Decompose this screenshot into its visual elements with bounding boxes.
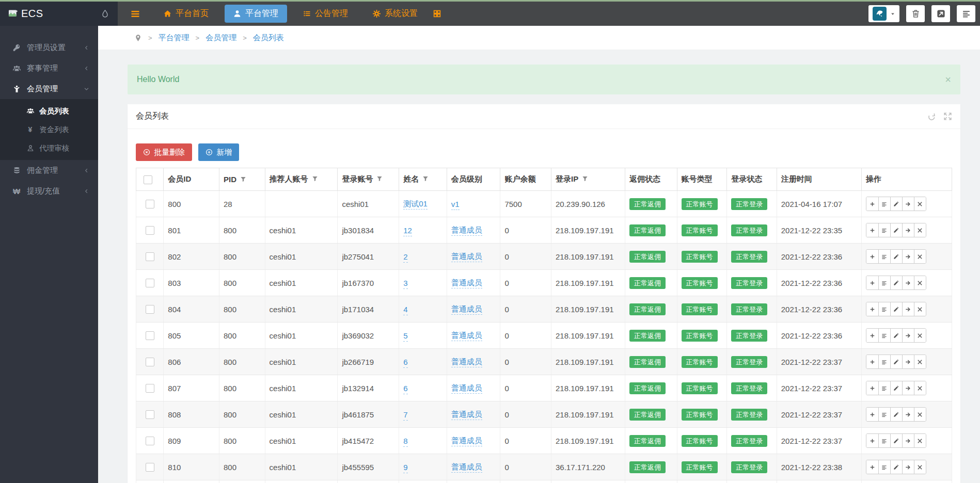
row-delete-button[interactable] [914, 223, 926, 237]
sidebar-subitem[interactable]: 代理审核 [0, 139, 98, 157]
level-link[interactable]: 普通成员 [451, 383, 482, 394]
row-checkbox[interactable] [146, 226, 154, 235]
row-delete-button[interactable] [914, 250, 926, 263]
level-link[interactable]: 普通成员 [451, 462, 482, 473]
tab-gear[interactable]: 系统设置 [364, 5, 426, 23]
level-link[interactable]: 普通成员 [451, 226, 482, 236]
name-link[interactable]: 8 [403, 437, 407, 447]
row-detail-button[interactable] [878, 197, 890, 211]
trash-button[interactable] [906, 5, 925, 22]
row-detail-button[interactable] [878, 276, 890, 289]
row-transfer-button[interactable] [902, 197, 914, 211]
row-detail-button[interactable] [878, 434, 890, 447]
row-add-button[interactable] [866, 197, 878, 211]
row-transfer-button[interactable] [902, 276, 914, 289]
name-link[interactable]: 9 [403, 463, 407, 473]
row-add-button[interactable] [866, 276, 878, 289]
row-checkbox[interactable] [146, 305, 154, 314]
row-detail-button[interactable] [878, 408, 890, 421]
row-transfer-button[interactable] [902, 329, 914, 342]
row-delete-button[interactable] [914, 276, 926, 289]
row-add-button[interactable] [866, 223, 878, 237]
row-edit-button[interactable] [890, 276, 902, 289]
list-lines-button[interactable] [957, 5, 975, 22]
row-add-button[interactable] [866, 434, 878, 447]
row-edit-button[interactable] [890, 197, 902, 211]
level-link[interactable]: 普通成员 [451, 410, 482, 420]
row-add-button[interactable] [866, 329, 878, 342]
expand-fullscreen-icon[interactable] [943, 112, 952, 121]
row-edit-button[interactable] [890, 302, 902, 316]
level-link[interactable]: 普通成员 [451, 436, 482, 446]
name-link[interactable]: 2 [403, 252, 407, 263]
row-checkbox[interactable] [146, 279, 154, 287]
row-checkbox[interactable] [146, 437, 154, 445]
row-detail-button[interactable] [878, 355, 890, 368]
tab-home[interactable]: 平台首页 [155, 5, 217, 23]
name-link[interactable]: 7 [403, 410, 407, 421]
name-link[interactable]: 5 [403, 331, 407, 342]
row-edit-button[interactable] [890, 460, 902, 474]
row-delete-button[interactable] [914, 460, 926, 474]
level-link[interactable]: 普通成员 [451, 304, 482, 315]
grid-apps-icon[interactable] [433, 9, 441, 18]
row-delete-button[interactable] [914, 381, 926, 395]
row-transfer-button[interactable] [902, 460, 914, 474]
name-link[interactable]: 4 [403, 305, 407, 315]
level-link[interactable]: v1 [451, 200, 460, 210]
row-transfer-button[interactable] [902, 408, 914, 421]
row-edit-button[interactable] [890, 223, 902, 237]
row-add-button[interactable] [866, 381, 878, 395]
level-link[interactable]: 普通成员 [451, 278, 482, 288]
row-edit-button[interactable] [890, 329, 902, 342]
tab-list[interactable]: 公告管理 [294, 5, 357, 23]
row-edit-button[interactable] [890, 434, 902, 447]
sidebar-subitem[interactable]: ¥资金列表 [0, 120, 98, 139]
row-edit-button[interactable] [890, 381, 902, 395]
tab-user[interactable]: 平台管理 [225, 5, 287, 23]
row-checkbox[interactable] [146, 384, 154, 393]
row-detail-button[interactable] [878, 250, 890, 263]
row-checkbox[interactable] [146, 358, 154, 366]
name-link[interactable]: 3 [403, 279, 407, 289]
name-link[interactable]: 6 [403, 358, 407, 368]
sidebar-item[interactable]: 佣金管理 [0, 160, 98, 181]
row-checkbox[interactable] [146, 200, 154, 208]
row-add-button[interactable] [866, 460, 878, 474]
row-add-button[interactable] [866, 302, 878, 316]
breadcrumb-link-member-list[interactable]: 会员列表 [253, 33, 284, 43]
row-detail-button[interactable] [878, 460, 890, 474]
breadcrumb-link-platform[interactable]: 平台管理 [159, 33, 189, 43]
sidebar-item[interactable]: ₩提现/充值 [0, 181, 98, 201]
row-delete-button[interactable] [914, 355, 926, 368]
sidebar-item[interactable]: 赛事管理 [0, 58, 98, 78]
batch-delete-button[interactable]: 批量删除 [136, 143, 192, 161]
row-delete-button[interactable] [914, 302, 926, 316]
add-button[interactable]: 新增 [198, 143, 239, 161]
row-delete-button[interactable] [914, 434, 926, 447]
row-edit-button[interactable] [890, 250, 902, 263]
row-add-button[interactable] [866, 250, 878, 263]
sidebar-subitem[interactable]: 会员列表 [0, 102, 98, 120]
row-detail-button[interactable] [878, 381, 890, 395]
name-link[interactable]: 测试01 [403, 199, 428, 210]
row-transfer-button[interactable] [902, 434, 914, 447]
name-link[interactable]: 12 [403, 226, 412, 236]
level-link[interactable]: 普通成员 [451, 357, 482, 367]
sidebar-item[interactable]: 管理员设置 [0, 37, 98, 58]
row-edit-button[interactable] [890, 408, 902, 421]
level-link[interactable]: 普通成员 [451, 252, 482, 262]
row-delete-button[interactable] [914, 408, 926, 421]
row-detail-button[interactable] [878, 302, 890, 316]
row-add-button[interactable] [866, 355, 878, 368]
row-detail-button[interactable] [878, 329, 890, 342]
row-transfer-button[interactable] [902, 223, 914, 237]
row-checkbox[interactable] [146, 463, 154, 472]
select-all-checkbox[interactable] [144, 175, 152, 184]
row-checkbox[interactable] [146, 252, 154, 261]
sidebar-item[interactable]: 会员管理 [0, 78, 98, 99]
refresh-icon[interactable] [927, 112, 936, 121]
row-transfer-button[interactable] [902, 250, 914, 263]
row-checkbox[interactable] [146, 331, 154, 340]
level-link[interactable]: 普通成员 [451, 331, 482, 341]
